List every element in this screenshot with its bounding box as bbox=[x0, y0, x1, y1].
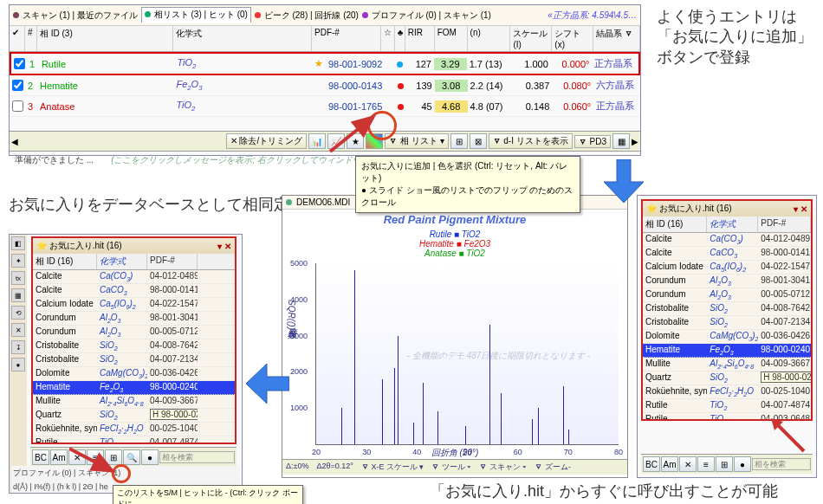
column-header[interactable]: ✔ bbox=[10, 26, 25, 51]
column-header[interactable]: FOM bbox=[435, 26, 468, 51]
phase-row[interactable]: 1RutileTiO2★98-001-90921273.291.7 (13)1.… bbox=[10, 52, 640, 75]
tab[interactable]: スキャン (1) | 最近のファイル bbox=[13, 10, 138, 22]
sidebar-icon[interactable]: ✦ bbox=[11, 254, 25, 268]
mini-icon[interactable]: ✕ bbox=[679, 456, 697, 472]
close-icon[interactable]: ▾ ✕ bbox=[794, 204, 807, 214]
tab-bar: スキャン (1) | 最近のファイル 相リスト (3) | ヒット (0) ピー… bbox=[10, 5, 640, 26]
chart-status-item[interactable]: Δ:±0% bbox=[286, 462, 308, 473]
arrow-to-favorite-button bbox=[326, 104, 386, 156]
right-mini-toolbar: BC Am ✕ ≡ ⊞ ● 相を検索 bbox=[641, 454, 813, 474]
favorite-row[interactable]: Calcium IodateCa5(IO6)204-022-1547 bbox=[33, 298, 235, 312]
phase-row[interactable]: 2HematiteFe2O398-000-01431393.082.2 (14)… bbox=[10, 75, 640, 96]
favorite-row[interactable]: CalciteCaCO398-000-0141 bbox=[643, 247, 811, 261]
phase-search-input[interactable]: 相を検索 bbox=[752, 458, 811, 470]
diffraction-peak bbox=[465, 426, 466, 444]
phase-search-input[interactable]: 相を検索 bbox=[159, 451, 235, 463]
diffraction-peak bbox=[341, 408, 342, 444]
favorite-row[interactable]: CorundumAl2O398-001-3041 bbox=[33, 312, 235, 326]
sidebar-icon[interactable]: ◧ bbox=[11, 236, 25, 250]
chart-status-bar: Δ:±0%Δ2θ=0.12°⛛ X-E スケール ▾⛛ ツール ▾⛛ スキャン … bbox=[282, 459, 627, 475]
column-header[interactable]: ♣ bbox=[395, 26, 405, 51]
favorite-row[interactable]: RutileTiO204-007-4874 bbox=[643, 399, 811, 413]
mini-icon[interactable]: BC bbox=[32, 449, 49, 465]
mini-icon[interactable]: ⊞ bbox=[716, 456, 733, 472]
mini-icon[interactable]: ● bbox=[141, 449, 159, 465]
favorite-row[interactable]: CorundumAl2O398-001-3041 bbox=[643, 275, 811, 288]
favorite-row[interactable]: Calcium IodateCa5(IO6)204-022-1547 bbox=[643, 261, 811, 275]
favorite-row[interactable]: CalciteCa(CO3)04-012-0489 bbox=[643, 233, 811, 247]
remove-trim-button[interactable]: ✕ 除去/トリミング bbox=[226, 133, 308, 149]
sidebar-icon[interactable]: ✕ bbox=[11, 323, 25, 337]
favorite-row[interactable]: QuartzSiO2H 98-000-0240 Fe2O3 bbox=[643, 372, 811, 385]
sidebar-icon[interactable]: ▦ bbox=[11, 288, 25, 302]
bar-chart-icon[interactable]: 📊 bbox=[308, 133, 326, 149]
chart-status-item[interactable]: ⛛ ツール ▾ bbox=[431, 462, 471, 473]
flow-arrow-down bbox=[604, 159, 644, 203]
mini-icon[interactable]: Am bbox=[50, 449, 68, 465]
column-header[interactable]: 化学式 bbox=[173, 26, 312, 51]
favorite-row[interactable]: CristobaliteSiO204-008-7642 bbox=[643, 302, 811, 316]
row-checkbox[interactable] bbox=[12, 80, 23, 91]
x-axis-label: 回折角 (2θ°) bbox=[282, 447, 627, 459]
toolbar-icon-b[interactable]: ⊠ bbox=[470, 133, 487, 149]
favorite-row[interactable]: CristobaliteSiO204-008-7642 bbox=[33, 339, 235, 353]
mini-icon[interactable]: ≡ bbox=[697, 456, 715, 472]
favorite-row[interactable]: Roküehnite, synFeCl2·2H2O00-025-1040 bbox=[643, 385, 811, 399]
column-header[interactable]: (n) bbox=[468, 26, 511, 51]
column-header[interactable]: PDF-# bbox=[312, 26, 381, 51]
mini-icon[interactable]: Am bbox=[661, 456, 678, 472]
toolbar-icon-a[interactable]: ⊞ bbox=[450, 133, 468, 149]
favorite-row[interactable]: CalciteCaCO398-000-0141 bbox=[33, 284, 235, 298]
close-icon[interactable]: ▾ ✕ bbox=[217, 242, 231, 251]
favorite-row[interactable]: Roküehnite, synFeCl2·2H2O00-025-1040 bbox=[33, 423, 235, 436]
favorite-row[interactable]: HematiteFe2O398-000-0240 bbox=[643, 344, 811, 358]
phase-list-panel: スキャン (1) | 最近のファイル 相リスト (3) | ヒット (0) ピー… bbox=[9, 4, 641, 156]
diffraction-peak bbox=[489, 325, 490, 444]
favorite-row[interactable]: CorundumAl2O300-005-0712 bbox=[643, 288, 811, 302]
row-checkbox[interactable] bbox=[12, 100, 23, 112]
phase-row[interactable]: 3AnataseTiO298-001-1765454.684.8 (07)0.1… bbox=[10, 96, 640, 117]
column-header[interactable]: 結晶系 ⛛ bbox=[593, 26, 640, 51]
favorite-row[interactable]: QuartzSiO2H 98-000-0240 Fe2O3 bbox=[33, 409, 235, 423]
favorite-row[interactable]: MulliteAl2.4Si6O4.804-009-3667 bbox=[643, 358, 811, 372]
favorite-row[interactable]: CorundumAl2O300-005-0712 bbox=[33, 326, 235, 339]
svg-line-1 bbox=[69, 449, 113, 471]
chart-status-item[interactable]: Δ2θ=0.12° bbox=[316, 462, 353, 473]
column-header[interactable]: ☆ bbox=[381, 26, 395, 51]
toolbar-icon-c[interactable]: ▦ bbox=[612, 133, 630, 149]
chart-plot-area[interactable]: - 全機能のデモ 487日後に期限切れとなります - 2030405060708… bbox=[315, 263, 619, 445]
favorite-row[interactable]: DolomiteCaMg(CO3)200-036-0426 bbox=[643, 330, 811, 344]
search-icon[interactable]: 🔍 bbox=[123, 449, 140, 465]
pd3-button[interactable]: ⛛ PD3 bbox=[574, 135, 611, 148]
favorite-row[interactable]: HematiteFe2O398-000-0240 bbox=[33, 381, 235, 395]
column-header[interactable]: # bbox=[25, 26, 37, 51]
favorite-row[interactable]: RutileTiO204-007-4874 bbox=[33, 436, 235, 444]
tab[interactable]: ピーク (28) | 回折線 (20) bbox=[255, 10, 359, 22]
chart-status-item[interactable]: ⛛ X-E スケール ▾ bbox=[361, 462, 424, 473]
chart-status-item[interactable]: ⛛ ズーム- bbox=[535, 462, 571, 473]
column-header[interactable]: スケール(I) bbox=[510, 26, 552, 51]
chart-status-item[interactable]: ⛛ スキャン ▾ bbox=[479, 462, 527, 473]
mini-icon[interactable]: ● bbox=[734, 456, 751, 472]
row-checkbox[interactable] bbox=[14, 58, 25, 69]
sidebar-icon[interactable]: tx bbox=[11, 271, 25, 285]
favorite-row[interactable]: DolomiteCaMg(CO3)200-036-0426 bbox=[33, 367, 235, 381]
mini-icon[interactable]: BC bbox=[643, 456, 660, 472]
column-header[interactable]: RIR bbox=[405, 26, 435, 51]
favorite-row[interactable]: CristobaliteSiO204-007-2134 bbox=[33, 353, 235, 367]
left-mini-toolbar: BC Am ✕ ≡ ⊞ 🔍 ● 相を検索 bbox=[30, 447, 237, 467]
sidebar-icon[interactable]: ● bbox=[11, 358, 25, 372]
phase-list-dropdown[interactable]: ⛛ 相 リスト ▾ bbox=[385, 133, 448, 149]
sidebar-icon[interactable]: ↧ bbox=[11, 340, 25, 354]
tab[interactable]: プロファイル (0) | スキャン (1) bbox=[362, 10, 491, 22]
favorite-row[interactable]: CalciteCa(CO3)04-012-0489 bbox=[33, 270, 235, 284]
column-header[interactable]: 相 ID (3) bbox=[37, 26, 174, 51]
sidebar-icon[interactable]: ⟲ bbox=[11, 306, 25, 320]
column-header[interactable]: シフト(x) bbox=[552, 26, 593, 51]
tab[interactable]: 相リスト (3) | ヒット (0) bbox=[141, 7, 251, 23]
flow-arrow-left bbox=[246, 364, 289, 404]
favorite-row[interactable]: CristobaliteSiO204-007-2134 bbox=[643, 316, 811, 330]
arrow-in-right-panel bbox=[771, 418, 806, 453]
di-list-button[interactable]: ⛛ d-I リストを表示 bbox=[489, 133, 573, 149]
favorite-row[interactable]: MulliteAl2.4Si6O4.804-009-3667 bbox=[33, 395, 235, 409]
